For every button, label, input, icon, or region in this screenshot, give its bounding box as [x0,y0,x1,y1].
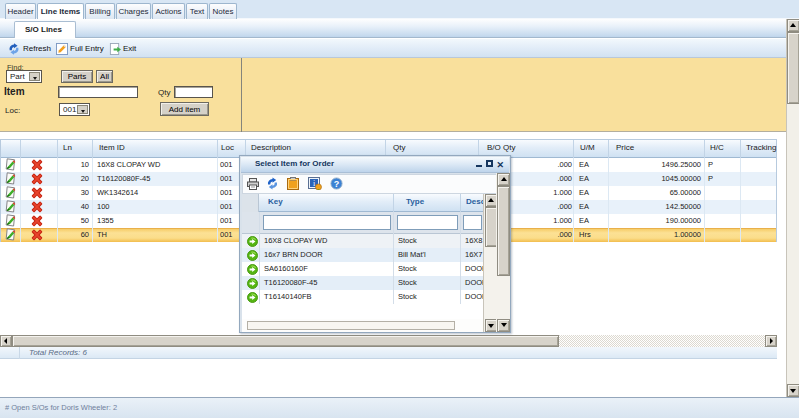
svg-text:?: ? [334,179,340,189]
